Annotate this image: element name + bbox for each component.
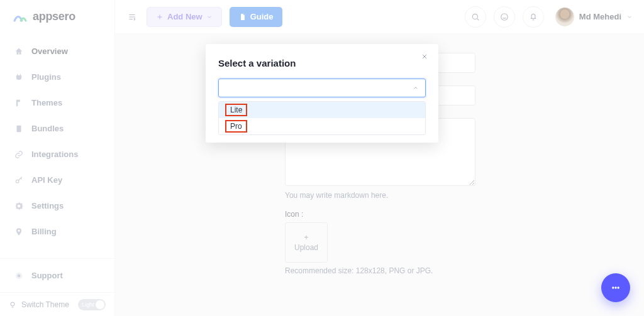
variation-select[interactable] <box>218 79 426 97</box>
chat-fab[interactable] <box>601 273 630 302</box>
modal-title: Select a variation <box>218 58 426 68</box>
svg-point-8 <box>618 286 619 288</box>
chevron-up-icon <box>413 85 419 91</box>
variation-option-pro[interactable]: Pro <box>219 118 425 134</box>
modal-close-button[interactable] <box>421 53 428 60</box>
close-icon <box>421 53 428 60</box>
variation-modal: Select a variation Lite Pro <box>206 44 438 143</box>
variation-dropdown: Lite Pro <box>218 101 426 135</box>
chat-icon <box>609 281 622 294</box>
option-label: Lite <box>225 104 247 116</box>
svg-point-7 <box>614 286 616 288</box>
svg-point-6 <box>612 286 614 288</box>
variation-option-lite[interactable]: Lite <box>219 102 425 118</box>
option-label: Pro <box>225 120 247 133</box>
